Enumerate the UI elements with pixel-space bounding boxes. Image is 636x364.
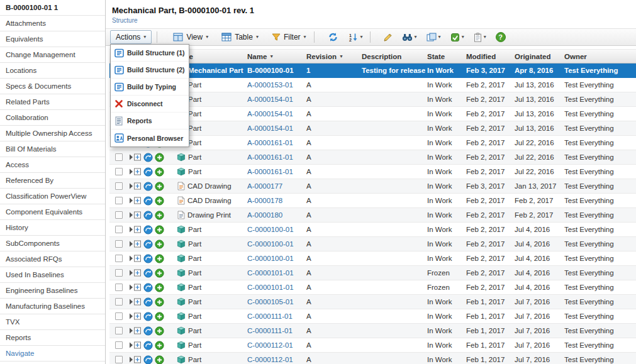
name-link[interactable]: A-0000161-01 bbox=[247, 168, 293, 175]
column-header-description[interactable]: Description bbox=[360, 53, 425, 60]
navigate-ball-icon[interactable] bbox=[143, 196, 153, 206]
name-link[interactable]: C-0000101-01 bbox=[247, 284, 294, 291]
name-link[interactable]: C-0000101-01 bbox=[247, 269, 294, 277]
name-link[interactable]: A-0000154-01 bbox=[247, 110, 293, 118]
sort-caret-icon[interactable]: ▼ bbox=[339, 54, 343, 58]
table-row[interactable]: PartC-0000105-01AIn WorkFeb 1, 2017Jul 7… bbox=[109, 295, 636, 309]
add-icon[interactable] bbox=[155, 225, 164, 234]
menu-item-build-structure-2[interactable]: Build Structure (2) bbox=[111, 62, 189, 79]
column-header-owner[interactable]: Owner bbox=[562, 53, 636, 60]
row-checkbox[interactable] bbox=[115, 284, 123, 291]
table-row[interactable]: PartC-0000100-01AIn WorkFeb 2, 2017Jul 4… bbox=[109, 237, 636, 251]
sidebar-item-component-equivalents[interactable]: Component Equivalents bbox=[0, 204, 105, 220]
expand-structure-icon[interactable] bbox=[128, 255, 142, 262]
navigate-ball-icon[interactable] bbox=[143, 326, 153, 336]
row-checkbox[interactable] bbox=[115, 312, 123, 320]
navigate-ball-icon[interactable] bbox=[143, 283, 153, 292]
navigate-ball-icon[interactable] bbox=[143, 240, 153, 249]
name-link[interactable]: A-0000154-01 bbox=[247, 124, 293, 132]
sidebar-item-history[interactable]: History bbox=[0, 220, 105, 236]
refresh-button[interactable] bbox=[325, 31, 341, 43]
sidebar-item-equivalents[interactable]: Equivalents bbox=[0, 31, 105, 47]
add-icon[interactable] bbox=[155, 283, 164, 292]
sort-button[interactable]: 12▾ bbox=[347, 31, 365, 43]
sidebar-item-attachments[interactable]: Attachments bbox=[0, 16, 105, 31]
edit-button[interactable] bbox=[381, 31, 394, 43]
sidebar-item-related-parts[interactable]: Related Parts bbox=[0, 94, 105, 110]
menu-item-disconnect[interactable]: Disconnect bbox=[111, 96, 189, 113]
row-checkbox[interactable] bbox=[115, 168, 123, 175]
row-checkbox[interactable] bbox=[115, 197, 123, 204]
sidebar-item-access[interactable]: Access bbox=[0, 157, 105, 173]
sidebar-item-locations[interactable]: Locations bbox=[0, 63, 105, 79]
row-checkbox[interactable] bbox=[115, 327, 123, 334]
navigate-ball-icon[interactable] bbox=[143, 225, 153, 234]
expand-structure-icon[interactable] bbox=[128, 182, 142, 190]
navigate-ball-icon[interactable] bbox=[143, 153, 153, 162]
expand-structure-icon[interactable] bbox=[128, 240, 142, 248]
table-row[interactable]: PartC-0000101-01AFrozenFeb 2, 2017Jul 4,… bbox=[109, 266, 636, 280]
name-link[interactable]: C-0000100-01 bbox=[247, 240, 294, 248]
expand-structure-icon[interactable] bbox=[128, 298, 142, 306]
add-icon[interactable] bbox=[155, 341, 164, 350]
table-row[interactable]: Drawing PrintA-0000180AIn WorkFeb 2, 201… bbox=[109, 208, 636, 223]
name-link[interactable]: C-0000105-01 bbox=[247, 298, 294, 306]
table-row[interactable]: PartA-0000161-01AIn WorkFeb 2, 2017Jul 2… bbox=[109, 150, 636, 165]
menu-item-build-by-typing[interactable]: Build by Typing bbox=[111, 79, 189, 96]
sidebar-item-classification-powerview[interactable]: Classification PowerView bbox=[0, 189, 105, 204]
sidebar-item-tvx[interactable]: TVX bbox=[0, 314, 105, 330]
expand-structure-icon[interactable] bbox=[128, 327, 142, 334]
add-icon[interactable] bbox=[155, 326, 164, 336]
navigate-ball-icon[interactable] bbox=[143, 312, 153, 321]
table-row[interactable]: CAD DrawingA-0000177AIn WorkFeb 3, 2017J… bbox=[109, 179, 636, 194]
sidebar-item-navigate[interactable]: Navigate bbox=[0, 346, 105, 361]
add-icon[interactable] bbox=[155, 153, 164, 162]
name-link[interactable]: A-0000177 bbox=[247, 182, 282, 190]
table-button[interactable]: Table▾ bbox=[219, 31, 261, 43]
table-row[interactable]: PartC-0000100-01AIn WorkFeb 2, 2017Jul 4… bbox=[109, 223, 636, 237]
expand-structure-icon[interactable] bbox=[128, 153, 142, 161]
name-link[interactable]: A-0000178 bbox=[247, 197, 282, 204]
name-link[interactable]: C-0000100-01 bbox=[247, 226, 294, 233]
add-icon[interactable] bbox=[155, 182, 164, 191]
add-icon[interactable] bbox=[155, 211, 164, 220]
name-link[interactable]: A-0000161-01 bbox=[247, 153, 293, 161]
row-checkbox[interactable] bbox=[115, 269, 123, 277]
navigate-ball-icon[interactable] bbox=[143, 355, 153, 364]
column-header-modified[interactable]: Modified bbox=[464, 53, 513, 60]
expand-structure-icon[interactable] bbox=[128, 269, 142, 277]
view-button[interactable]: View▾ bbox=[170, 31, 211, 43]
navigate-ball-icon[interactable] bbox=[143, 254, 153, 263]
menu-item-build-structure-1[interactable]: Build Structure (1) bbox=[111, 45, 189, 62]
sidebar-item-specs-documents[interactable]: Specs & Documents bbox=[0, 79, 105, 94]
row-checkbox[interactable] bbox=[115, 341, 123, 349]
name-link[interactable]: C-0000112-01 bbox=[247, 356, 293, 363]
promote-button[interactable]: ▾ bbox=[449, 31, 466, 43]
filter-button[interactable]: Filter▾ bbox=[269, 31, 309, 43]
name-link[interactable]: A-0000154-01 bbox=[247, 96, 293, 103]
row-checkbox[interactable] bbox=[115, 182, 123, 190]
add-icon[interactable] bbox=[155, 355, 164, 364]
name-link[interactable]: A-0000180 bbox=[247, 211, 282, 219]
sidebar-item-subcomponents[interactable]: SubComponents bbox=[0, 236, 105, 251]
find-button[interactable]: ▾ bbox=[400, 32, 419, 43]
add-icon[interactable] bbox=[155, 268, 164, 278]
add-icon[interactable] bbox=[155, 167, 164, 177]
table-row[interactable]: PartC-0000100-01AIn WorkFeb 2, 2017Jul 4… bbox=[109, 251, 636, 266]
table-row[interactable]: PartC-0000101-01AFrozenFeb 2, 2017Jul 4,… bbox=[109, 280, 636, 295]
expand-structure-icon[interactable] bbox=[128, 341, 142, 349]
sort-caret-icon[interactable]: ▼ bbox=[269, 54, 274, 58]
name-link[interactable]: C-0000112-01 bbox=[247, 341, 293, 349]
expand-structure-icon[interactable] bbox=[128, 168, 142, 175]
name-link[interactable]: A-0000153-01 bbox=[247, 81, 293, 89]
table-row[interactable]: CAD DrawingA-0000178AIn WorkFeb 2, 2017F… bbox=[109, 194, 636, 208]
add-icon[interactable] bbox=[155, 254, 164, 263]
navigate-ball-icon[interactable] bbox=[143, 341, 153, 350]
sidebar-item-referenced-by[interactable]: Referenced By bbox=[0, 173, 105, 189]
sidebar-item-multiple-ownership-access[interactable]: Multiple Ownership Access bbox=[0, 126, 105, 141]
help-button[interactable]: ? bbox=[494, 31, 508, 43]
table-row[interactable]: PartC-0000112-01AIn WorkFeb 1, 2017Jul 7… bbox=[109, 353, 636, 364]
column-header-name[interactable]: Name▼ bbox=[245, 53, 304, 60]
sidebar-item-engineering-baselines[interactable]: Engineering Baselines bbox=[0, 283, 105, 299]
name-link[interactable]: C-0000100-01 bbox=[247, 255, 294, 262]
